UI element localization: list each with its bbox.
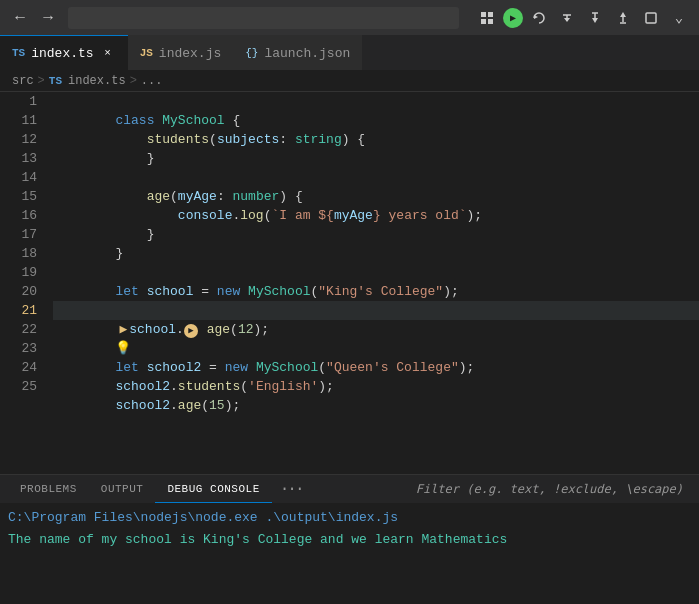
panel-tab-debug-console[interactable]: DEBUG CONSOLE — [155, 475, 271, 503]
svg-rect-0 — [481, 12, 486, 17]
restart-icon[interactable] — [527, 6, 551, 30]
panel-tab-bar: PROBLEMS OUTPUT DEBUG CONSOLE ··· Filter… — [0, 475, 699, 503]
forward-button[interactable]: → — [36, 6, 60, 30]
chevron-down-icon[interactable]: ⌄ — [667, 6, 691, 30]
code-line-12: } — [53, 130, 699, 149]
code-line-18 — [53, 244, 699, 263]
toolbar: ​ ▶ — [475, 6, 691, 30]
code-line-15: console.log(`I am ${myAge} years old`); — [53, 187, 699, 206]
tab-index-ts-label: index.ts — [31, 46, 93, 61]
tab-index-js-label: index.js — [159, 46, 221, 61]
tab-json-icon: {} — [245, 47, 258, 59]
breadcrumb-ellipsis: ... — [141, 74, 163, 88]
tab-bar: TS index.ts × JS index.js {} launch.json — [0, 35, 699, 70]
nav-buttons: ← → — [8, 6, 60, 30]
breadcrumb-file: index.ts — [68, 74, 126, 88]
code-line-16: } — [53, 206, 699, 225]
back-button[interactable]: ← — [8, 6, 32, 30]
panel-output-line1: C:\Program Files\nodejs\node.exe .\outpu… — [8, 507, 691, 529]
panel-tab-output[interactable]: OUTPUT — [89, 475, 156, 503]
panel-content: C:\Program Files\nodejs\node.exe .\outpu… — [0, 503, 699, 604]
tab-ts-icon: TS — [12, 47, 25, 59]
line-numbers: 1 11 12 13 14 15 16 17 18 19 20 21 22 23… — [0, 92, 45, 474]
grid-icon[interactable]: ​ — [475, 6, 499, 30]
svg-marker-4 — [534, 15, 538, 19]
tab-launch-json-label: launch.json — [264, 46, 350, 61]
svg-rect-8 — [646, 13, 656, 23]
code-line-24: school2.students('English'); — [53, 358, 699, 377]
run-button[interactable]: ▶ — [503, 8, 523, 28]
breadcrumb-ts-icon: TS — [49, 75, 62, 87]
code-line-22-bulb: 💡 — [53, 320, 699, 339]
panel-tab-problems[interactable]: PROBLEMS — [8, 475, 89, 503]
svg-rect-3 — [488, 19, 493, 24]
code-line-14: age(myAge: number) { — [53, 168, 699, 187]
step-out-icon[interactable] — [611, 6, 635, 30]
code-area[interactable]: 1 11 12 13 14 15 16 17 18 19 20 21 22 23… — [0, 92, 699, 474]
breadcrumb-src: src — [12, 74, 34, 88]
tab-close-button[interactable]: × — [100, 45, 116, 61]
step-over-icon[interactable] — [555, 6, 579, 30]
svg-marker-5 — [564, 18, 570, 22]
code-content: class MySchool { students(subjects: stri… — [45, 92, 699, 474]
breadcrumb: src > TS index.ts > ... — [0, 70, 699, 92]
titlebar: ← → ​ ▶ — [0, 0, 699, 35]
breadcrumb-sep2: > — [130, 74, 137, 88]
tab-js-icon: JS — [140, 47, 153, 59]
svg-marker-6 — [592, 18, 598, 23]
code-line-19: let school = new MySchool("King's Colleg… — [53, 263, 699, 282]
panel-filter: Filter (e.g. text, !exclude, \escape) — [408, 482, 691, 496]
code-line-1: class MySchool { — [53, 92, 699, 111]
code-line-11: students(subjects: string) { — [53, 111, 699, 130]
code-line-23: let school2 = new MySchool("Queen's Coll… — [53, 339, 699, 358]
svg-marker-7 — [620, 12, 626, 17]
step-into-icon[interactable] — [583, 6, 607, 30]
address-bar — [68, 7, 459, 29]
panel-output-line2: The name of my school is King's College … — [8, 529, 691, 551]
tab-index-ts[interactable]: TS index.ts × — [0, 35, 128, 70]
stop-icon[interactable] — [639, 6, 663, 30]
editor: 1 11 12 13 14 15 16 17 18 19 20 21 22 23… — [0, 92, 699, 474]
panel-more-button[interactable]: ··· — [272, 480, 311, 498]
code-line-20: school.students('Mathematics'); — [53, 282, 699, 301]
code-line-21: ▶school.▶ age(12); — [53, 301, 699, 320]
breadcrumb-sep1: > — [38, 74, 45, 88]
svg-rect-2 — [481, 19, 486, 24]
code-line-25: school2.age(15); — [53, 377, 699, 396]
tab-index-js[interactable]: JS index.js — [128, 35, 234, 70]
panel: PROBLEMS OUTPUT DEBUG CONSOLE ··· Filter… — [0, 474, 699, 604]
tab-launch-json[interactable]: {} launch.json — [233, 35, 362, 70]
svg-rect-1 — [488, 12, 493, 17]
code-line-17: } — [53, 225, 699, 244]
code-line-13 — [53, 149, 699, 168]
